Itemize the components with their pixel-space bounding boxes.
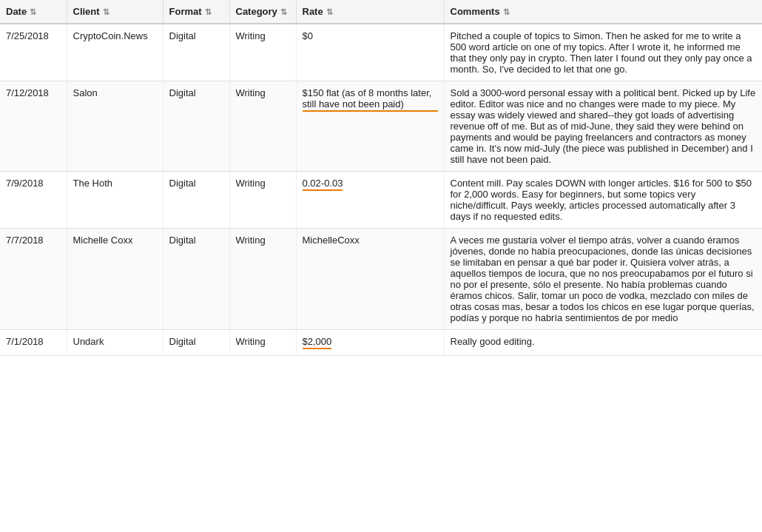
cell-date: 7/1/2018 xyxy=(0,330,67,356)
cell-format: Digital xyxy=(163,330,229,356)
cell-category: Writing xyxy=(229,24,296,81)
rate-value: $150 flat (as of 8 months later, still h… xyxy=(303,87,438,112)
cell-client: Salon xyxy=(67,81,163,172)
column-header-category[interactable]: Category ⇅ xyxy=(229,0,296,24)
rate-value: 0.02-0.03 xyxy=(303,178,343,191)
cell-date: 7/7/2018 xyxy=(0,229,67,330)
cell-rate: MichelleCoxx xyxy=(296,229,444,330)
cell-category: Writing xyxy=(229,81,296,172)
cell-date: 7/9/2018 xyxy=(0,172,67,229)
cell-date: 7/25/2018 xyxy=(0,24,67,81)
cell-category: Writing xyxy=(229,330,296,356)
cell-client: The Hoth xyxy=(67,172,163,229)
column-header-rate[interactable]: Rate ⇅ xyxy=(296,0,444,24)
cell-rate: 0.02-0.03 xyxy=(296,172,444,229)
cell-client: Undark xyxy=(67,330,163,356)
cell-format: Digital xyxy=(163,81,229,172)
column-header-comments[interactable]: Comments ⇅ xyxy=(444,0,762,24)
cell-comments: Sold a 3000-word personal essay with a p… xyxy=(444,81,762,172)
cell-comments: Content mill. Pay scales DOWN with longe… xyxy=(444,172,762,229)
table-row: 7/25/2018CryptoCoin.NewsDigitalWriting$0… xyxy=(0,24,762,81)
cell-client: CryptoCoin.News xyxy=(67,24,163,81)
table-row: 7/9/2018The HothDigitalWriting0.02-0.03C… xyxy=(0,172,762,229)
cell-rate: $0 xyxy=(296,24,444,81)
table-row: 7/1/2018UndarkDigitalWriting$2,000Really… xyxy=(0,330,762,356)
cell-format: Digital xyxy=(163,24,229,81)
sort-icon-category: ⇅ xyxy=(280,7,287,17)
sort-icon-rate: ⇅ xyxy=(326,7,333,17)
cell-date: 7/12/2018 xyxy=(0,81,67,172)
sort-icon-date: ⇅ xyxy=(30,7,36,17)
column-header-format[interactable]: Format ⇅ xyxy=(163,0,229,24)
data-table: Date ⇅Client ⇅Format ⇅Category ⇅Rate ⇅Co… xyxy=(0,0,762,356)
sort-icon-comments: ⇅ xyxy=(503,7,510,17)
sort-icon-format: ⇅ xyxy=(205,7,212,17)
column-header-date[interactable]: Date ⇅ xyxy=(0,0,67,24)
cell-comments: Really good editing. xyxy=(444,330,762,356)
table-row: 7/12/2018SalonDigitalWriting$150 flat (a… xyxy=(0,81,762,172)
rate-value: $2,000 xyxy=(303,336,332,349)
cell-comments: A veces me gustaría volver el tiempo atr… xyxy=(444,229,762,330)
cell-rate: $150 flat (as of 8 months later, still h… xyxy=(296,81,444,172)
cell-client: Michelle Coxx xyxy=(67,229,163,330)
column-header-client[interactable]: Client ⇅ xyxy=(67,0,163,24)
table-header-row: Date ⇅Client ⇅Format ⇅Category ⇅Rate ⇅Co… xyxy=(0,0,762,24)
cell-rate: $2,000 xyxy=(296,330,444,356)
cell-category: Writing xyxy=(229,172,296,229)
cell-format: Digital xyxy=(163,172,229,229)
sort-icon-client: ⇅ xyxy=(103,7,109,17)
table-row: 7/7/2018Michelle CoxxDigitalWritingMiche… xyxy=(0,229,762,330)
cell-category: Writing xyxy=(229,229,296,330)
cell-comments: Pitched a couple of topics to Simon. The… xyxy=(444,24,762,81)
cell-format: Digital xyxy=(163,229,229,330)
